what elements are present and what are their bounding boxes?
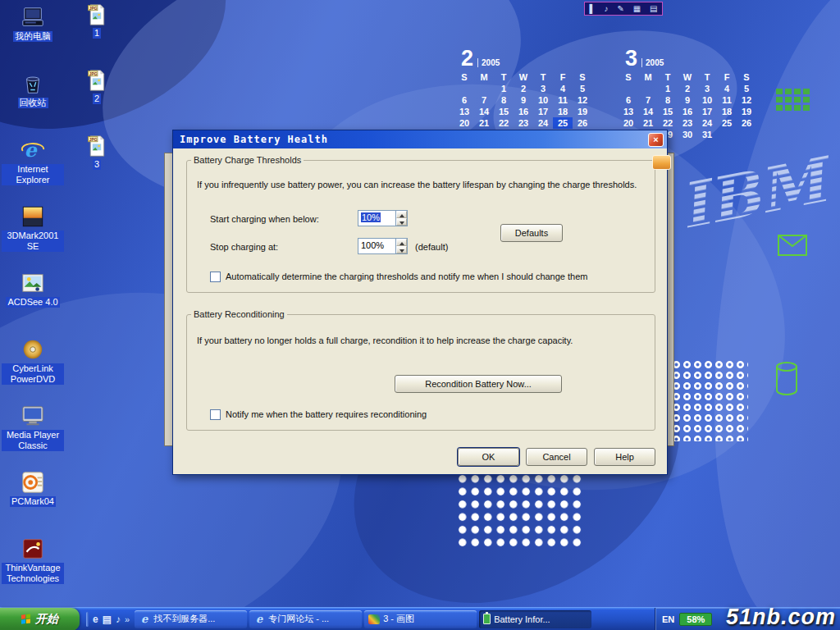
- calendar-day: 24: [697, 117, 717, 129]
- calendar-day-header: T: [533, 71, 553, 83]
- taskbar-tasks: e找不到服务器...e专门网论坛 - ...3 - 画图Battery Info…: [135, 608, 591, 630]
- calendar-day: 23: [514, 117, 533, 129]
- calendar-day: 5: [573, 83, 592, 94]
- defaults-button[interactable]: Defaults: [500, 224, 563, 242]
- language-indicator[interactable]: EN: [662, 614, 674, 624]
- calendar-day-header: F: [553, 71, 573, 83]
- desktop-icon-thinkvantage[interactable]: ThinkVantage Technologies: [2, 535, 64, 601]
- desktop-icon-jpg[interactable]: JPG1: [75, 0, 118, 66]
- notify-recondition-checkbox[interactable]: Notify me when the battery requires reco…: [210, 409, 645, 420]
- ok-button[interactable]: OK: [458, 448, 519, 466]
- desktop-icon-ie[interactable]: eInternet Explorer: [2, 136, 64, 203]
- desktop-icon-mpc[interactable]: Media Player Classic: [2, 402, 64, 468]
- calendar-week: 12345: [454, 83, 596, 94]
- start-charging-value[interactable]: 10%: [361, 212, 381, 222]
- calendar-day: [638, 83, 658, 94]
- calendar-day-header: T: [494, 71, 514, 83]
- calendar-day: 9: [514, 94, 533, 106]
- clip-icon[interactable]: ▌: [589, 5, 595, 13]
- calendar-day: 7: [474, 94, 494, 106]
- auto-determine-checkbox[interactable]: Automatically determine the charging thr…: [210, 272, 645, 282]
- desktop-icon-pcmark[interactable]: PCMark04: [2, 468, 64, 535]
- jpg-icon: JPG: [85, 131, 108, 158]
- svg-text:JPG: JPG: [89, 72, 98, 76]
- taskbar-task[interactable]: e找不到服务器...: [135, 610, 247, 628]
- calendar-day: 2: [514, 83, 533, 94]
- doc-icon[interactable]: ▤: [650, 5, 657, 13]
- calendar-day: 17: [697, 106, 717, 117]
- desktop-icon-powerdvd[interactable]: CyberLink PowerDVD: [2, 336, 64, 402]
- recondition-battery-button[interactable]: Recondition Battery Now...: [395, 375, 562, 393]
- calendar-day: 13: [619, 106, 638, 117]
- ibm-logo: IBM: [671, 138, 840, 248]
- calendar-day: 19: [737, 106, 756, 117]
- desktop-icon-jpg[interactable]: JPG2: [75, 66, 118, 131]
- start-charging-spinner[interactable]: 10%: [358, 210, 408, 226]
- calendar-day: 1: [494, 83, 514, 94]
- group-legend: Battery Reconditioning: [191, 309, 287, 319]
- calendar-day: 6: [619, 94, 638, 106]
- calendar-day: 14: [474, 106, 494, 117]
- close-icon[interactable]: ×: [648, 133, 664, 147]
- calendar-day: 10: [697, 94, 717, 106]
- calendar-day-header: W: [514, 71, 533, 83]
- calendar-day-header: S: [737, 71, 756, 83]
- taskbar-task[interactable]: Battery Infor...: [479, 610, 591, 628]
- desktop-icon-my-computer[interactable]: 我的电脑: [2, 3, 64, 70]
- jpg-icon: JPG: [85, 0, 108, 26]
- checkbox-icon[interactable]: [210, 272, 221, 282]
- desktop-icon-jpg[interactable]: JPG3: [75, 131, 118, 197]
- spin-down-icon[interactable]: [396, 246, 407, 253]
- group-legend: Battery Charge Thresholds: [191, 155, 304, 165]
- calendar-day: 8: [494, 94, 514, 106]
- taskbar-task[interactable]: e专门网论坛 - ...: [249, 610, 362, 628]
- spin-down-icon[interactable]: [396, 218, 407, 226]
- pen-icon[interactable]: ✎: [617, 5, 623, 13]
- media-player-icon[interactable]: ♪: [116, 614, 121, 625]
- cancel-button[interactable]: Cancel: [526, 448, 587, 466]
- calendar-day: 17: [533, 106, 553, 117]
- calendar-day: 4: [553, 83, 573, 94]
- calendar-day: 21: [474, 117, 494, 129]
- show-desktop-icon[interactable]: ▤: [103, 614, 112, 625]
- spin-up-icon[interactable]: [396, 239, 407, 246]
- dialog-titlebar[interactable]: Improve Battery Health ×: [173, 130, 667, 148]
- start-button[interactable]: 开始: [0, 608, 80, 630]
- desktop-icon-3dmark[interactable]: 3DMark2001 SE: [2, 203, 64, 269]
- calendar-week: 20212223242526: [454, 117, 596, 129]
- speaker-icon[interactable]: ♪: [604, 5, 608, 13]
- recondition-description: If your battery no longer holds a full c…: [197, 336, 646, 345]
- calendar-day: 7: [638, 94, 658, 106]
- calendar-week: 6789101112: [619, 94, 760, 106]
- grid-icon[interactable]: ▦: [633, 5, 641, 13]
- calendar-day: 26: [737, 117, 756, 129]
- quicklaunch-overflow-icon[interactable]: »: [125, 614, 130, 624]
- calendar-day: 1: [658, 83, 678, 94]
- quicklaunch-grip[interactable]: [86, 612, 89, 627]
- ie-quicklaunch-icon[interactable]: e: [93, 614, 98, 625]
- calendar-month-number: 2: [461, 48, 473, 69]
- stop-charging-spinner[interactable]: 100%: [358, 238, 408, 254]
- desktop-icon-acdsee[interactable]: ACDSee 4.0: [2, 269, 64, 336]
- taskbar-task[interactable]: 3 - 画图: [364, 610, 477, 628]
- calendar-day: 9: [678, 94, 697, 106]
- background-window-button[interactable]: [652, 155, 671, 170]
- calendar-day: 10: [533, 94, 553, 106]
- calendar-day-header: F: [717, 71, 737, 83]
- help-button[interactable]: Help: [594, 448, 655, 466]
- calendar-month: 32005SMTWTFS1234567891011121314151617181…: [619, 43, 760, 140]
- checkbox-icon[interactable]: [210, 409, 221, 420]
- desktop-icon-recycle-bin[interactable]: 回收站: [2, 70, 64, 136]
- ie-icon: e: [21, 136, 45, 162]
- calendar-day: [474, 83, 494, 94]
- spin-up-icon[interactable]: [396, 211, 407, 218]
- battery-indicator[interactable]: 58%: [679, 613, 712, 626]
- task-label: 专门网论坛 - ...: [268, 613, 329, 625]
- stop-charging-value[interactable]: 100%: [358, 239, 395, 253]
- calendar-day: 2: [678, 83, 697, 94]
- calendar-day: 22: [658, 117, 678, 129]
- calendar-week: 20212223242526: [619, 117, 760, 129]
- calendar-day-headers: SMTWTFS: [619, 71, 760, 83]
- start-button-label: 开始: [35, 612, 58, 627]
- task-label: 找不到服务器...: [153, 613, 215, 625]
